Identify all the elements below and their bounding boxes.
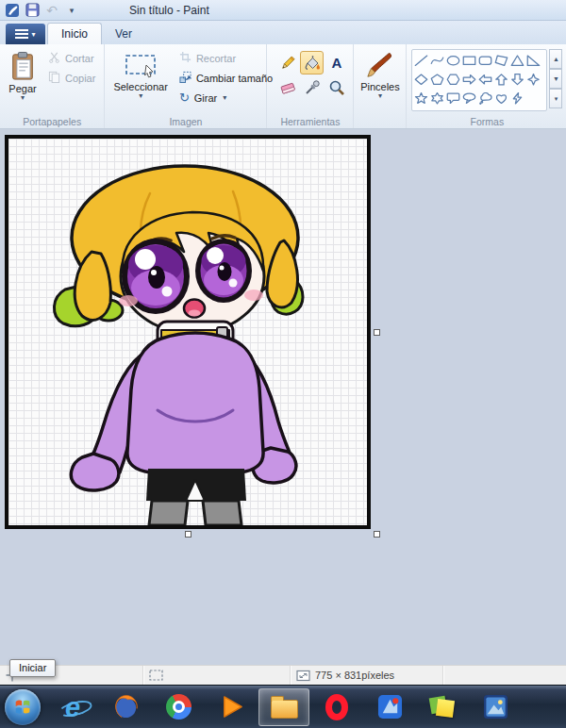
qat-dropdown-icon[interactable]: ▾ — [63, 2, 80, 19]
image-size-icon — [296, 670, 310, 682]
chrome-icon — [166, 694, 191, 720]
arrow-right-icon — [462, 74, 476, 86]
paste-button[interactable]: Pegar ▾ — [5, 48, 41, 103]
taskbar-explorer-button[interactable] — [258, 688, 309, 726]
pencil-tool[interactable] — [275, 51, 299, 74]
shape-triangle[interactable] — [509, 51, 525, 70]
heart-icon — [494, 92, 508, 105]
image-size-text: 775 × 831píxeles — [315, 670, 394, 681]
shape-star-4[interactable] — [525, 70, 541, 89]
titlebar: ↶ ▾ Sin título - Paint — [0, 0, 566, 21]
status-empty — [443, 666, 566, 685]
ie-icon: e — [65, 694, 80, 720]
tab-ver[interactable]: Ver — [102, 24, 145, 44]
shape-right-triangle[interactable] — [525, 51, 541, 70]
text-tool-icon: A — [331, 56, 341, 70]
group-brushes: Pinceles ▾ . — [354, 44, 407, 128]
canvas-resize-handle-corner[interactable] — [374, 531, 380, 538]
taskbar-firefox-button[interactable] — [100, 688, 151, 726]
shape-heart[interactable] — [493, 89, 509, 108]
shape-diamond[interactable] — [413, 70, 429, 89]
group-label-image: Imagen — [105, 116, 266, 127]
start-tooltip: Iniciar — [9, 659, 56, 677]
shape-star-6[interactable] — [429, 89, 445, 108]
resize-button[interactable]: Cambiar tamaño — [175, 68, 276, 88]
start-button[interactable] — [5, 689, 41, 725]
photos-icon — [483, 694, 508, 720]
rotate-icon: ↻ — [179, 91, 190, 104]
callout-rounded-icon — [446, 92, 460, 105]
group-image: Seleccionar ▾ Recortar Cambiar ta — [105, 44, 267, 128]
ribbon-tab-row: ▾ Inicio Ver — [0, 21, 566, 44]
opera-icon — [325, 694, 348, 720]
sticky-notes-icon — [430, 695, 455, 720]
shape-arrow-down[interactable] — [509, 70, 525, 89]
shapes-scroll-up-icon[interactable]: ▲ — [549, 49, 562, 69]
selection-size-icon — [149, 670, 163, 681]
shape-lightning[interactable] — [509, 89, 525, 108]
taskbar-ie-button[interactable]: e — [47, 688, 98, 726]
picker-tool[interactable] — [300, 75, 324, 99]
shape-arrow-right[interactable] — [461, 70, 477, 89]
shape-polygon[interactable] — [493, 51, 509, 70]
shapes-scroll-down-icon[interactable]: ▼ — [549, 69, 562, 89]
arrow-left-icon — [478, 74, 492, 86]
cut-button[interactable]: Cortar — [44, 48, 99, 68]
shape-callout-cloud[interactable] — [477, 89, 493, 108]
save-icon[interactable] — [24, 2, 41, 19]
shapes-more-icon[interactable]: ▾ — [549, 89, 562, 108]
curve-icon — [430, 55, 444, 67]
copy-icon — [48, 71, 60, 85]
shape-callout-rounded[interactable] — [445, 89, 461, 108]
window-title: Sin título - Paint — [129, 4, 209, 17]
line-icon — [414, 55, 428, 67]
taskbar-media-player-button[interactable] — [206, 688, 257, 726]
taskbar-bluestacks-button[interactable] — [364, 688, 415, 726]
crop-button[interactable]: Recortar — [175, 48, 276, 68]
tab-inicio[interactable]: Inicio — [47, 23, 102, 44]
shape-oval[interactable] — [445, 51, 461, 70]
hexagon-icon — [446, 74, 460, 86]
fill-tool[interactable] — [300, 51, 324, 74]
canvas-resize-handle-right[interactable] — [374, 329, 380, 336]
arrow-up-icon — [494, 74, 508, 86]
copy-button[interactable]: Copiar — [44, 68, 99, 88]
undo-icon[interactable]: ↶ — [43, 2, 60, 19]
shape-curve[interactable] — [429, 51, 445, 70]
chevron-down-icon: ▾ — [31, 30, 35, 39]
shape-rectangle[interactable] — [461, 51, 477, 70]
brushes-button[interactable]: Pinceles ▾ — [358, 48, 401, 101]
file-menu-button[interactable]: ▾ — [6, 24, 45, 44]
taskbar-photos-button[interactable] — [470, 688, 521, 726]
select-button[interactable]: Seleccionar ▾ — [109, 48, 171, 108]
chevron-down-icon: ▾ — [223, 93, 226, 102]
paint-app-icon[interactable] — [4, 2, 21, 19]
taskbar-sticky-notes-button[interactable] — [417, 688, 468, 726]
lightning-icon — [510, 92, 524, 105]
shape-pentagon[interactable] — [429, 70, 445, 89]
shape-line[interactable] — [413, 51, 429, 70]
crop-icon — [179, 51, 191, 65]
shape-arrow-left[interactable] — [477, 70, 493, 89]
taskbar-opera-button[interactable] — [311, 688, 362, 726]
group-label-shapes: Formas — [407, 116, 566, 127]
shape-rounded-rectangle[interactable] — [477, 51, 493, 70]
shape-callout-oval[interactable] — [461, 89, 477, 108]
magnifier-icon — [328, 79, 345, 96]
rotate-button[interactable]: ↻ Girar ▾ — [175, 88, 276, 108]
paste-icon — [8, 51, 37, 83]
explorer-icon — [271, 700, 298, 719]
drawing-canvas[interactable] — [5, 135, 371, 529]
taskbar-chrome-button[interactable] — [153, 688, 204, 726]
shape-star-5[interactable] — [413, 89, 429, 108]
shapes-scroll: ▲ ▼ ▾ — [549, 49, 562, 111]
shape-arrow-up[interactable] — [493, 70, 509, 89]
eraser-tool[interactable] — [275, 75, 299, 99]
rectangle-icon — [462, 55, 476, 67]
magnifier-tool[interactable] — [325, 75, 348, 99]
diamond-icon — [414, 74, 428, 86]
shape-hexagon[interactable] — [445, 70, 461, 89]
text-tool[interactable]: A — [325, 51, 348, 74]
canvas-resize-handle-bottom[interactable] — [185, 531, 191, 538]
work-area — [0, 129, 566, 665]
